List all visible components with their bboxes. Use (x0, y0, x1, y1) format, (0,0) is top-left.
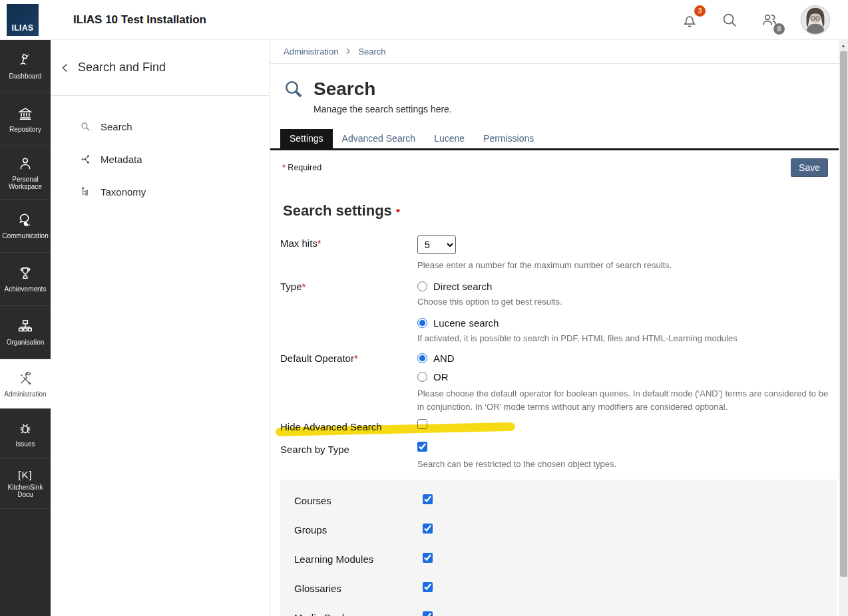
search-by-type-label: Search by Type (280, 442, 417, 455)
operator-and-option[interactable]: AND (417, 351, 839, 365)
ilias-logo-text: ILIAS (11, 23, 33, 36)
slate-item-taxonomy[interactable]: Taxonomy (51, 176, 270, 208)
field-default-operator: Default Operator* AND OR Please choose t… (280, 351, 839, 414)
default-operator-label: Default Operator* (280, 351, 417, 364)
tab-lucene[interactable]: Lucene (425, 129, 474, 148)
kitchensink-icon: [K] (18, 469, 32, 480)
or-label: OR (433, 371, 449, 383)
object-type-row-learning-modules: Learning Modules (280, 544, 837, 573)
hide-advanced-search-label: Hide Advanced Search (280, 419, 417, 432)
breadcrumb-administration[interactable]: Administration (284, 47, 338, 57)
slate-back-header[interactable]: Search and Find (51, 40, 270, 96)
object-types-panel: Courses Groups Learning Modules Glossari… (280, 480, 837, 616)
type-lucene-option[interactable]: Lucene search (417, 315, 839, 330)
media-pools-label: Media Pools (294, 612, 423, 616)
and-radio[interactable] (417, 353, 427, 363)
breadcrumb-chevron-icon (345, 47, 351, 57)
vertical-scrollbar[interactable]: ▲ (839, 40, 848, 616)
main-navigation-bar: Dashboard Repository Personal Workspace … (0, 40, 51, 616)
page-search-icon (283, 78, 304, 100)
top-bar: ILIAS ILIAS 10 Test Installation 3 8 (0, 0, 848, 40)
bug-icon (17, 420, 34, 437)
tab-permissions[interactable]: Permissions (474, 129, 543, 148)
main-content: Administration Search Search Manage the … (270, 40, 839, 616)
tab-settings[interactable]: Settings (280, 129, 333, 148)
groups-label: Groups (294, 524, 423, 536)
object-type-row-glossaries: Glossaries (280, 573, 837, 603)
slate-item-label: Search (101, 121, 132, 132)
operator-or-option[interactable]: OR (417, 369, 839, 384)
tab-bar: Settings Advanced Search Lucene Permissi… (280, 129, 839, 148)
sidebar-item-label: KitchenSink Docu (1, 484, 49, 499)
glossaries-label: Glossaries (294, 583, 423, 594)
notifications-button[interactable]: 3 (680, 11, 699, 29)
lucene-search-byline: If activated, it is possible to search i… (417, 332, 829, 345)
sidebar-item-label: Achievements (5, 285, 47, 293)
default-operator-byline: Please choose the default operator for b… (417, 387, 829, 414)
user-avatar[interactable] (800, 5, 831, 35)
sidebar-item-repository[interactable]: Repository (0, 93, 51, 146)
hide-advanced-search-checkbox[interactable] (417, 419, 427, 429)
who-is-online-button[interactable]: 8 (760, 11, 779, 29)
sidebar-item-label: Organisation (7, 339, 45, 347)
groups-checkbox[interactable] (423, 524, 433, 534)
slate-item-search[interactable]: Search (51, 110, 270, 143)
sidebar-item-organisation[interactable]: Organisation (0, 306, 51, 359)
scroll-up-arrow-icon[interactable]: ▲ (839, 40, 848, 51)
notifications-badge: 3 (694, 5, 706, 17)
administration-icon (17, 370, 34, 387)
direct-search-label: Direct search (433, 281, 492, 292)
direct-search-byline: Choose this option to get best results. (417, 295, 829, 309)
sidebar-item-administration[interactable]: Administration (0, 359, 51, 409)
glossaries-checkbox[interactable] (423, 582, 433, 592)
save-button[interactable]: Save (791, 158, 828, 177)
sidebar-item-issues[interactable]: Issues (0, 409, 51, 459)
media-pools-checkbox[interactable] (423, 611, 433, 616)
object-type-row-groups: Groups (280, 515, 837, 544)
tab-advanced-search[interactable]: Advanced Search (333, 129, 425, 148)
search-by-type-byline: Search can be restricted to the chosen o… (417, 458, 829, 471)
lucene-search-label: Lucene search (433, 317, 499, 329)
or-radio[interactable] (417, 372, 427, 382)
sidebar-item-achievements[interactable]: Achievements (0, 253, 51, 306)
section-title: Search settings * (283, 202, 839, 220)
search-by-type-checkbox[interactable] (417, 442, 427, 452)
max-hits-byline: Please enter a number for the maximum nu… (417, 259, 829, 272)
sidebar-item-label: Repository (9, 126, 41, 134)
search-small-icon (79, 120, 92, 133)
type-direct-option[interactable]: Direct search (417, 279, 839, 293)
lucene-search-radio[interactable] (417, 318, 427, 328)
achievements-icon (17, 265, 34, 282)
learning-modules-checkbox[interactable] (423, 553, 433, 563)
organisation-icon (17, 318, 34, 335)
field-type: Type* Direct search Choose this option t… (280, 279, 839, 345)
sidebar-item-dashboard[interactable]: Dashboard (0, 40, 51, 93)
max-hits-select[interactable]: 5 (417, 235, 456, 254)
personal-workspace-icon (17, 155, 34, 172)
courses-checkbox[interactable] (423, 494, 433, 504)
breadcrumb: Administration Search (270, 40, 839, 64)
learning-modules-label: Learning Modules (294, 553, 423, 565)
avatar-image (800, 5, 831, 35)
direct-search-radio[interactable] (417, 281, 427, 291)
sidebar-item-personal-workspace[interactable]: Personal Workspace (0, 146, 51, 200)
sidebar-item-communication[interactable]: Communication (0, 200, 51, 253)
slate-item-metadata[interactable]: Metadata (51, 143, 270, 176)
scrollbar-thumb[interactable] (840, 51, 847, 577)
sidebar-item-kitchensink-docu[interactable]: [K] KitchenSink Docu (0, 459, 51, 509)
repository-icon (17, 105, 34, 122)
field-max-hits: Max hits* 5 Please enter a number for th… (280, 235, 839, 272)
breadcrumb-search[interactable]: Search (358, 47, 385, 57)
search-button[interactable] (720, 11, 739, 29)
communication-icon (17, 212, 34, 229)
chevron-left-icon (61, 63, 70, 73)
page-title: Search (314, 78, 375, 100)
slate-title: Search and Find (78, 61, 166, 75)
sidebar-item-label: Dashboard (9, 73, 42, 80)
installation-title: ILIAS 10 Test Installation (73, 13, 206, 27)
page-subtitle: Manage the search settings here. (314, 104, 839, 114)
online-users-badge: 8 (773, 23, 785, 35)
topbar-actions: 3 8 (680, 5, 831, 35)
sidebar-item-label: Issues (16, 440, 35, 448)
ilias-logo[interactable]: ILIAS (7, 4, 39, 36)
